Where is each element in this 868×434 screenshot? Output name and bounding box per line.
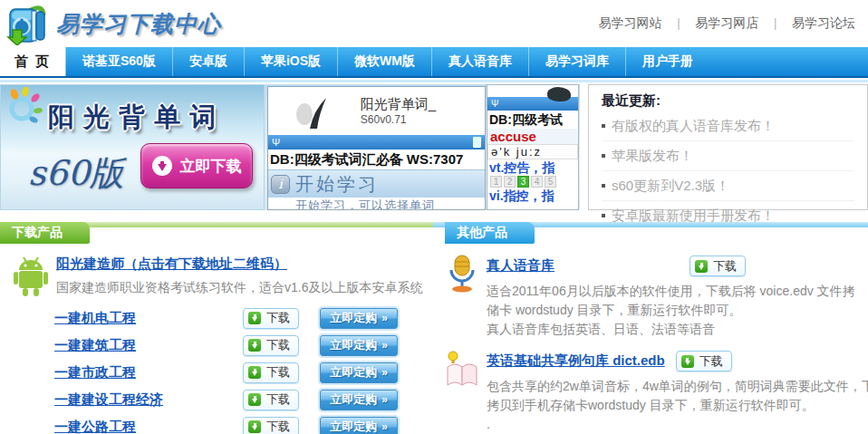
page-number[interactable]: 5 (545, 176, 556, 188)
download-button[interactable]: 下载 (243, 390, 299, 410)
download-button[interactable]: 下载 (243, 335, 299, 356)
nav-item-wm[interactable]: 微软WM版 (337, 47, 431, 76)
promo-banner[interactable]: 阳 光 背 单 词 s60版 立即下载 (0, 84, 265, 210)
order-button[interactable]: 立即定购» (320, 308, 398, 329)
site-logo[interactable]: 易学习下载中心 (5, 3, 221, 45)
download-arrow-icon (152, 156, 172, 176)
banner-edition: s60版 (28, 150, 124, 197)
item-link[interactable]: 一建机电工程 (54, 310, 243, 327)
others-section-head: 其他产品 (433, 222, 868, 244)
download-label: 下载 (699, 353, 723, 370)
order-button[interactable]: 立即定购» (320, 362, 398, 383)
page-number[interactable]: 1 (490, 176, 502, 188)
nav-item-dict[interactable]: 易学习词库 (528, 47, 625, 76)
desc-line: 拷贝到手机存储卡wordstudy 目录下，重新运行软件即可。 (487, 396, 868, 415)
order-button[interactable]: 立即定购» (320, 335, 398, 356)
link-forum[interactable]: 易学习论坛 (792, 15, 855, 30)
download-icon (248, 420, 261, 433)
bullet-icon (602, 214, 605, 217)
download-button[interactable]: 下载 (676, 351, 732, 371)
nav-item-android[interactable]: 安卓版 (172, 47, 244, 76)
item-link[interactable]: 一建市政工程 (54, 364, 243, 381)
download-button[interactable]: 下载 (690, 256, 746, 276)
download-button[interactable]: 下载 (243, 308, 299, 329)
download-icon (248, 393, 261, 406)
main-nav: 首 页 诺基亚S60版 安卓版 苹果iOS版 微软WM版 真人语音库 易学习词库… (0, 47, 868, 78)
item-link[interactable]: 一建建筑工程 (54, 337, 243, 354)
desc-line: 适合2011年06月以后版本的软件使用，下载后将 voice.edv 文件拷 (487, 282, 855, 301)
tab-others[interactable]: 其他产品 (445, 222, 535, 244)
other-product-body: 真人语音库 下载 适合2011年06月以后版本的软件使用，下载后将 voice.… (487, 254, 855, 339)
db-info-line: DB:四级考试词汇必备 WS:7307 (268, 149, 485, 169)
nav-item-voice[interactable]: 真人语音库 (431, 47, 528, 76)
page-number-active[interactable]: 3 (517, 176, 529, 188)
word-meaning-vi: vi.指控，指 (487, 188, 578, 203)
downloads-section-head: 下载产品 (0, 222, 433, 244)
nav-item-home[interactable]: 首 页 (0, 47, 65, 76)
item-desc: 适合2011年06月以后版本的软件使用，下载后将 voice.edv 文件拷 储… (487, 282, 855, 339)
chevron-right-icon: » (381, 420, 388, 433)
antenna-icon: Ψ (491, 99, 498, 109)
download-label: 下载 (266, 310, 290, 326)
order-label: 立即定购 (330, 337, 377, 353)
logo-swoosh-icon (547, 87, 571, 101)
download-row: 一建公路工程 下载 立即定购» (54, 413, 433, 434)
menu-item-label: 开始学习 (295, 172, 379, 197)
android-icon (12, 254, 50, 297)
order-button[interactable]: 立即定购» (320, 417, 398, 434)
item-link[interactable]: 一建建设工程经济 (54, 391, 243, 409)
tab-downloads[interactable]: 下载产品 (0, 222, 90, 244)
link-separator: ｜ (673, 16, 685, 30)
order-button[interactable]: 立即定购» (320, 390, 398, 410)
nav-item-s60[interactable]: 诺基亚S60版 (65, 47, 172, 76)
download-row: 一建市政工程 下载 立即定购» (54, 359, 433, 386)
nav-item-manual[interactable]: 用户手册 (625, 47, 709, 76)
update-item[interactable]: s60更新到V2.3版！ (602, 171, 854, 201)
nav-item-ios[interactable]: 苹果iOS版 (244, 47, 337, 76)
order-label: 立即定购 (330, 391, 377, 408)
page: 易学习下载中心 易学习网站｜易学习网店｜易学习论坛 首 页 诺基亚S60版 安卓… (0, 0, 868, 434)
bullet-icon (602, 154, 605, 158)
header: 易学习下载中心 易学习网站｜易学习网店｜易学习论坛 (0, 0, 868, 47)
download-label: 下载 (266, 337, 290, 353)
link-separator: ｜ (769, 16, 781, 30)
page-number[interactable]: 4 (531, 176, 543, 188)
download-icon (681, 355, 694, 368)
update-text: s60更新到V2.3版！ (612, 178, 729, 193)
download-row: 一建建筑工程 下载 立即定购» (54, 332, 433, 359)
other-product: 英语基础共享例句库 dict.edb 下载 包含共享的约2w单词音标，4w单词的… (444, 349, 868, 434)
product-link[interactable]: 阳光建造师（点击有下载地址二维码） (56, 256, 287, 271)
downloads-column: 下载产品 阳光建造师（点击有下载地址二维码） 国家建造师 (0, 222, 433, 434)
link-website[interactable]: 易学习网站 (599, 15, 662, 30)
app-name-block: 阳光背单词_ S60v0.71 (361, 96, 436, 126)
update-item[interactable]: 有版权的真人语音库发布！ (602, 111, 854, 141)
menu-item-start: i 开始学习 (268, 169, 485, 198)
order-label: 立即定购 (330, 419, 377, 434)
update-text: 有版权的真人语音库发布！ (612, 118, 775, 133)
download-row: 一建机电工程 下载 立即定购» (54, 304, 433, 332)
product-desc: 国家建造师职业资格考试练习软件，适合v1.6及以上版本安卓系统 (56, 280, 422, 296)
update-item[interactable]: 苹果版发布！ (602, 141, 854, 171)
word-phonetic: ə'k ju:z (487, 144, 578, 159)
others-column: 其他产品 真人语音库 下载 适合 (433, 222, 868, 434)
info-icon: i (271, 175, 290, 194)
banner-download-button[interactable]: 立即下载 (140, 143, 253, 188)
item-link[interactable]: 英语基础共享例句库 dict.edb (487, 352, 665, 370)
download-button[interactable]: 下载 (243, 417, 299, 434)
desc-line: . (487, 415, 868, 434)
pagination: 1 2 3 4 5 (487, 175, 578, 188)
desc-line: 包含共享的约2w单词音标，4w单词的例句，简明词典需要此文件，下 (487, 377, 868, 396)
item-link[interactable]: 真人语音库 (487, 257, 679, 275)
link-store[interactable]: 易学习网店 (695, 15, 758, 30)
download-icon (248, 312, 261, 324)
download-button[interactable]: 下载 (243, 362, 299, 383)
antenna-icon: Ψ (272, 137, 280, 148)
status-bar: Ψ (268, 135, 485, 149)
microphone-icon (444, 254, 480, 294)
recent-updates-panel: 最近更新: 有版权的真人语音库发布！ 苹果版发布！ s60更新到V2.3版！ 安… (588, 84, 868, 210)
item-desc: 包含共享的约2w单词音标，4w单词的例句，简明词典需要此文件，下 拷贝到手机存储… (487, 377, 868, 434)
item-link[interactable]: 一建公路工程 (54, 419, 243, 434)
db-info-line: DB:四级考试 (487, 111, 578, 129)
nav-substrip (0, 80, 868, 82)
page-number[interactable]: 2 (504, 176, 516, 188)
